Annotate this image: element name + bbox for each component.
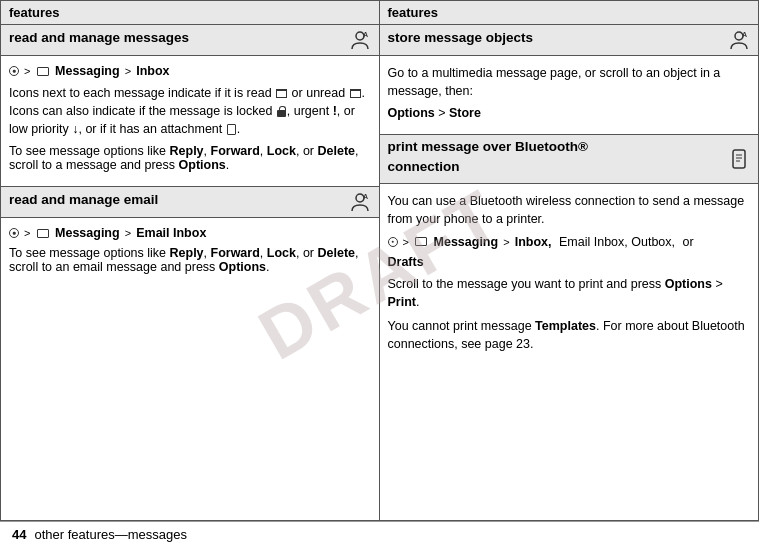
unread-envelope-icon: [350, 89, 361, 98]
section-read-email: read and manage email A > Messaging >: [1, 186, 379, 288]
nav-dot-1: [9, 66, 19, 76]
nav-gt-5: >: [400, 236, 413, 248]
nav-dot-3: [388, 237, 398, 247]
nav-inbox-2: Inbox,: [515, 235, 552, 249]
nav-dot-2: [9, 228, 19, 238]
read-messages-options: To see message options like Reply, Forwa…: [9, 144, 371, 172]
print-bluetooth-title1: print message over Bluetooth®: [388, 139, 588, 154]
nav-messaging-1: Messaging: [52, 64, 120, 78]
section-read-messages: read and manage messages A > Messaging: [1, 25, 379, 186]
lock-icon: [277, 106, 286, 117]
person-icon-2: A: [349, 191, 371, 213]
attachment-icon: [227, 124, 236, 135]
person-icon: A: [349, 29, 371, 51]
print-bluetooth-header-row: print message over Bluetooth® connection: [380, 135, 759, 184]
read-email-header-row: read and manage email A: [1, 187, 379, 218]
read-messages-header-row: read and manage messages A: [1, 25, 379, 56]
store-objects-title: store message objects: [388, 30, 534, 45]
nav-msg-icon-2: [37, 229, 49, 238]
left-column: features read and manage messages A >: [1, 1, 380, 520]
read-messages-body: > Messaging > Inbox Icons next to each m…: [1, 56, 379, 186]
left-features-header: features: [1, 1, 379, 25]
svg-rect-6: [733, 150, 745, 168]
print-bluetooth-nav: > Messaging > Inbox, Email Inbox, Outbox…: [388, 235, 751, 249]
nav-gt-6: >: [500, 236, 513, 248]
page-number: 44: [12, 527, 26, 542]
store-objects-text: Go to a multimedia message page, or scro…: [388, 64, 751, 100]
print-bluetooth-nav-drafts: Drafts: [388, 255, 751, 269]
print-bluetooth-title-block: print message over Bluetooth® connection: [388, 139, 588, 179]
section-print-bluetooth: print message over Bluetooth® connection…: [380, 135, 759, 367]
right-features-header: features: [380, 1, 759, 25]
svg-text:A: A: [742, 31, 747, 38]
nav-email-inbox: Email Inbox: [136, 226, 206, 240]
svg-text:A: A: [363, 31, 368, 38]
print-bluetooth-text3: You cannot print message Templates. For …: [388, 317, 751, 353]
svg-text:A: A: [363, 193, 368, 200]
print-bluetooth-text1: You can use a Bluetooth wireless connect…: [388, 192, 751, 228]
nav-email-outbox: Email Inbox, Outbox,: [559, 235, 675, 249]
bottom-text: other features—messages: [34, 527, 186, 542]
store-options-line: Options > Store: [388, 106, 751, 120]
store-objects-header-row: store message objects A: [380, 25, 759, 56]
print-bluetooth-body: You can use a Bluetooth wireless connect…: [380, 184, 759, 367]
nav-or: or: [683, 235, 694, 249]
nav-messaging-2: Messaging: [52, 226, 120, 240]
nav-drafts: Drafts: [388, 255, 424, 269]
read-email-title: read and manage email: [9, 192, 158, 207]
nav-inbox-1: Inbox: [136, 64, 169, 78]
store-objects-body: Go to a multimedia message page, or scro…: [380, 56, 759, 134]
person-icon-3: A: [728, 29, 750, 51]
read-email-nav: > Messaging > Email Inbox: [9, 226, 371, 240]
nav-gt-1: >: [21, 65, 34, 77]
bottom-bar: 44 other features—messages: [0, 521, 759, 547]
bluetooth-icon: [728, 148, 750, 170]
nav-gt-3: >: [21, 227, 34, 239]
nav-msg-icon: [37, 67, 49, 76]
read-messages-title: read and manage messages: [9, 30, 189, 45]
page-wrapper: features read and manage messages A >: [0, 0, 759, 547]
nav-gt-4: >: [122, 227, 135, 239]
print-bluetooth-text2: Scroll to the message you want to print …: [388, 275, 751, 311]
nav-msg-icon-3: [415, 237, 427, 246]
read-envelope-icon: [276, 89, 287, 98]
read-messages-text1: Icons next to each message indicate if i…: [9, 84, 371, 138]
read-email-body: > Messaging > Email Inbox To see message…: [1, 218, 379, 288]
section-store-objects: store message objects A Go to a multimed…: [380, 25, 759, 135]
main-content: features read and manage messages A >: [0, 0, 759, 521]
right-column: features store message objects A Go to a…: [380, 1, 759, 520]
read-messages-nav: > Messaging > Inbox: [9, 64, 371, 78]
nav-gt-2: >: [122, 65, 135, 77]
nav-messaging-3: Messaging: [430, 235, 498, 249]
read-email-options: To see message options like Reply, Forwa…: [9, 246, 371, 274]
print-bluetooth-title2: connection: [388, 159, 588, 174]
